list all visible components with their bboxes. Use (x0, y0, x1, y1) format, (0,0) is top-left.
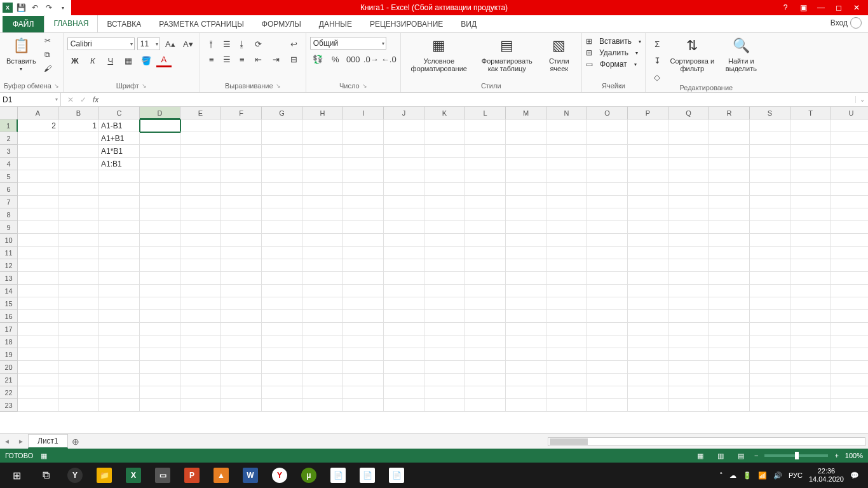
cell[interactable] (465, 310, 506, 323)
cell[interactable] (343, 272, 384, 285)
cell[interactable] (180, 323, 221, 336)
cell[interactable] (831, 374, 868, 386)
cell[interactable] (302, 374, 343, 386)
cell[interactable] (587, 145, 628, 158)
cell[interactable] (58, 361, 99, 374)
row-header[interactable]: 9 (0, 221, 18, 234)
cell[interactable] (668, 259, 709, 272)
cell[interactable] (221, 208, 262, 221)
cell[interactable] (384, 145, 424, 158)
cell[interactable] (18, 132, 58, 145)
decrease-font-icon[interactable]: A▾ (180, 37, 196, 51)
cell[interactable] (18, 221, 58, 234)
cell[interactable] (424, 361, 465, 374)
taskbar-app[interactable]: ▭ (150, 465, 175, 485)
cell[interactable] (140, 221, 180, 234)
cell[interactable] (18, 386, 58, 399)
cell[interactable] (668, 208, 709, 221)
format-as-table-button[interactable]: ▤Форматировать как таблицу (476, 34, 538, 74)
cell[interactable] (221, 361, 262, 374)
cell[interactable] (180, 374, 221, 386)
cell[interactable] (58, 336, 99, 348)
cell[interactable] (546, 119, 587, 132)
row-header[interactable]: 11 (0, 247, 18, 259)
taskbar-app[interactable]: Y (62, 465, 88, 485)
cell[interactable] (343, 158, 384, 170)
cell[interactable] (790, 399, 831, 412)
row-header[interactable]: 22 (0, 386, 18, 399)
cell[interactable] (831, 336, 868, 348)
cell[interactable] (140, 285, 180, 297)
cell[interactable] (465, 361, 506, 374)
cell[interactable] (384, 234, 424, 247)
cell[interactable] (18, 297, 58, 310)
cell[interactable] (262, 247, 302, 259)
cell[interactable] (709, 196, 750, 208)
column-header[interactable]: M (506, 107, 546, 119)
cell[interactable] (384, 336, 424, 348)
cell[interactable] (221, 221, 262, 234)
cell[interactable] (424, 386, 465, 399)
cell[interactable] (262, 310, 302, 323)
cell[interactable] (58, 323, 99, 336)
cell[interactable] (384, 247, 424, 259)
cell[interactable] (790, 158, 831, 170)
cell[interactable] (546, 297, 587, 310)
cell[interactable] (302, 183, 343, 196)
taskbar-app[interactable]: 📁 (92, 465, 117, 485)
cell[interactable] (628, 285, 668, 297)
cell[interactable] (790, 348, 831, 361)
cell[interactable] (180, 361, 221, 374)
cell[interactable] (140, 247, 180, 259)
cell[interactable] (506, 310, 546, 323)
cell[interactable] (18, 336, 58, 348)
cell[interactable] (506, 297, 546, 310)
cell[interactable] (465, 374, 506, 386)
cell[interactable] (384, 158, 424, 170)
cell[interactable] (750, 221, 790, 234)
cell[interactable] (709, 323, 750, 336)
cell[interactable] (790, 132, 831, 145)
cell[interactable] (424, 297, 465, 310)
cell[interactable] (587, 183, 628, 196)
cell[interactable] (424, 234, 465, 247)
cell[interactable] (384, 399, 424, 412)
cell[interactable] (18, 259, 58, 272)
page-layout-view-icon[interactable]: ▥ (714, 452, 728, 460)
row-header[interactable]: 16 (0, 310, 18, 323)
taskbar-app[interactable]: 📄 (384, 465, 409, 485)
row-header[interactable]: 10 (0, 234, 18, 247)
cell[interactable] (465, 183, 506, 196)
tab-insert[interactable]: ВСТАВКА (98, 16, 150, 32)
cell[interactable] (140, 259, 180, 272)
row-header[interactable]: 20 (0, 361, 18, 374)
cell[interactable] (424, 221, 465, 234)
increase-indent-icon[interactable]: ⇥ (269, 52, 284, 66)
cell[interactable] (221, 399, 262, 412)
cell[interactable] (180, 208, 221, 221)
cell[interactable] (587, 247, 628, 259)
cell[interactable] (58, 234, 99, 247)
cell[interactable] (140, 183, 180, 196)
cell[interactable] (831, 399, 868, 412)
cell[interactable] (180, 196, 221, 208)
cell[interactable] (506, 247, 546, 259)
launcher-icon[interactable]: ↘ (362, 83, 367, 89)
cell[interactable] (668, 374, 709, 386)
cell[interactable] (790, 272, 831, 285)
cell[interactable] (709, 361, 750, 374)
cell[interactable] (506, 234, 546, 247)
cell[interactable] (58, 221, 99, 234)
cell[interactable] (262, 132, 302, 145)
cell[interactable] (831, 158, 868, 170)
cell[interactable] (262, 158, 302, 170)
cell[interactable] (221, 170, 262, 183)
column-header[interactable]: R (709, 107, 750, 119)
row-header[interactable]: 7 (0, 196, 18, 208)
cell[interactable] (750, 119, 790, 132)
align-center-icon[interactable]: ☰ (219, 52, 234, 66)
column-header[interactable]: L (465, 107, 506, 119)
comma-icon[interactable]: 000 (346, 52, 361, 66)
cell[interactable] (18, 234, 58, 247)
cell[interactable] (587, 399, 628, 412)
